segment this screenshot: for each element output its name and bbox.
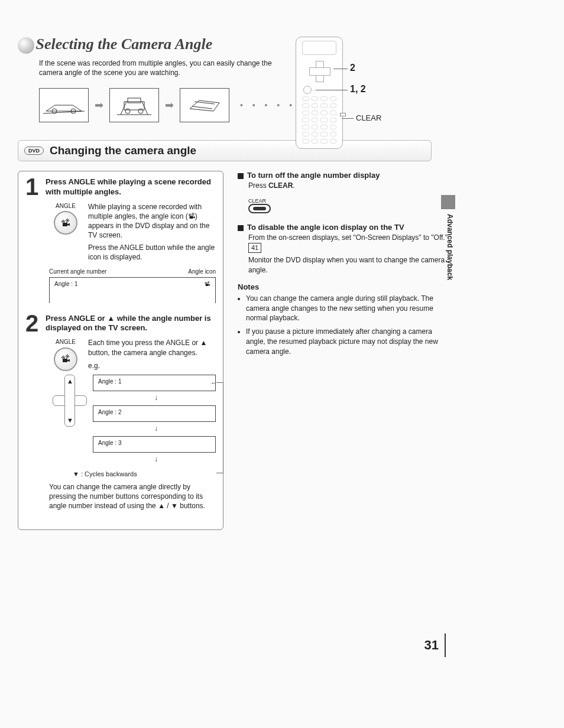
angle-button-icon: 📽 — [54, 347, 77, 371]
eg-label: e.g. — [88, 361, 216, 370]
callout-dpad: 2 — [350, 63, 355, 73]
step1-body1: While playing a scene recorded with mult… — [88, 202, 216, 240]
remote-clear-button-icon — [340, 113, 346, 116]
page-title: Selecting the Camera Angle — [35, 35, 212, 53]
car-angle-2 — [109, 88, 159, 122]
callout-angle: 1, 2 — [350, 84, 366, 95]
disable-icon-body: From the on-screen displays, set "On-Scr… — [248, 233, 450, 275]
turn-off-body: Press CLEAR. — [248, 181, 450, 191]
camera-icon: 📽 — [61, 217, 70, 230]
ellipsis-icon: • • • • • — [240, 100, 296, 110]
step-2: 2 Press ANGLE or ▲ while the angle numbe… — [25, 314, 216, 511]
angle-button-label: ANGLE — [49, 338, 82, 346]
page-ref: 41 — [248, 243, 261, 253]
car-angle-1 — [39, 88, 89, 122]
step2-body: Each time you press the ANGLE or ▲ butto… — [88, 338, 216, 357]
step-number: 2 — [25, 314, 42, 333]
angle-example-diagram: ➡ ➡ • • • • • — [39, 88, 546, 122]
subhead-turn-off: To turn off the angle number display — [238, 171, 450, 180]
angle-osd-2: Angle : 2↓ — [93, 405, 216, 422]
angle-osd-example: Angle : 1 📽 — [50, 277, 215, 297]
section-tab-label: Advanced playback — [446, 214, 454, 280]
clear-button-icon — [248, 204, 271, 213]
angle-button-label: ANGLE — [49, 202, 82, 210]
steps-box: 1 Press ANGLE while playing a scene reco… — [18, 171, 223, 530]
step-1: 1 Press ANGLE while playing a scene reco… — [25, 177, 216, 303]
square-bullet-icon — [238, 225, 244, 231]
arrow-icon: ➡ — [95, 99, 103, 112]
page-number: 31 — [424, 633, 446, 657]
notes-heading: Notes — [238, 282, 450, 291]
svg-point-3 — [138, 109, 143, 113]
title-bullet-icon — [18, 37, 34, 54]
arrow-icon: ➡ — [165, 99, 174, 112]
step-title: Press ANGLE or ▲ while the angle number … — [46, 314, 216, 334]
camera-icon: 📽 — [61, 353, 70, 366]
notes-list: You can change the camera angle during s… — [238, 294, 450, 357]
remote-diagram — [296, 37, 343, 149]
angle-osd-1: Angle : 1↓ — [93, 375, 216, 391]
svg-point-2 — [125, 109, 130, 113]
svg-rect-1 — [128, 98, 141, 103]
callout-clear: CLEAR — [356, 113, 381, 122]
camera-icon: 📽 — [205, 280, 210, 288]
note-item: If you pause a picture immediately after… — [246, 327, 450, 356]
remote-angle-button-icon — [303, 86, 312, 94]
label-angle-icon: Angle icon — [188, 268, 216, 276]
step1-body2: Press the ANGLE button while the angle i… — [88, 243, 216, 262]
cycles-backwards-note: ▼ : Cycles backwards — [73, 470, 216, 477]
car-angle-3 — [180, 88, 229, 122]
angle-osd-3: Angle : 3↓ — [93, 436, 216, 453]
dvd-badge: DVD — [24, 147, 44, 155]
remote-dpad-icon — [309, 61, 329, 81]
note-item: You can change the camera angle during s… — [246, 294, 450, 323]
step2-note: You can change the camera angle directly… — [49, 482, 216, 511]
section-heading: Changing the camera angle — [50, 144, 196, 157]
step-number: 1 — [25, 177, 42, 196]
dpad-icon: ▲▼ — [53, 375, 87, 427]
label-current-angle: Current angle number — [49, 268, 106, 276]
subhead-disable-icon: To disable the angle icon display on the… — [238, 223, 450, 232]
section-tab-marker — [441, 195, 455, 209]
section-header: DVD Changing the camera angle — [18, 140, 432, 161]
angle-button-icon: 📽 — [54, 211, 77, 235]
clear-button-label: CLEAR — [248, 198, 450, 204]
intro-text: If the scene was recorded from multiple … — [39, 58, 287, 77]
step-title: Press ANGLE while playing a scene record… — [46, 177, 216, 197]
square-bullet-icon — [238, 173, 244, 179]
